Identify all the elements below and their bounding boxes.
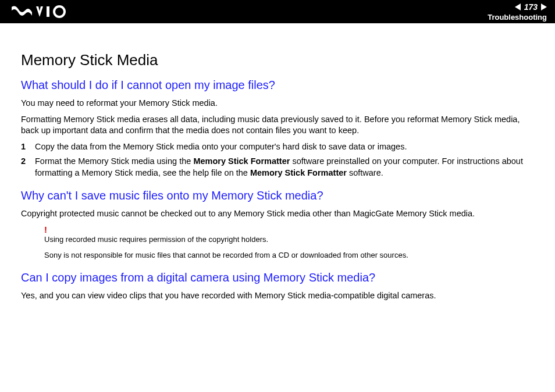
q3-para-1: Yes, and you can view video clips that y…	[21, 290, 534, 302]
warning-icon: !	[44, 224, 534, 234]
next-page-icon[interactable]	[541, 3, 547, 10]
vaio-logo-svg	[12, 5, 67, 18]
q1-step-2: 2 Format the Memory Stick media using th…	[21, 156, 534, 179]
step-text: Copy the data from the Memory Stick medi…	[35, 141, 407, 153]
section-label: Troubleshooting	[488, 13, 547, 22]
step-text: Format the Memory Stick media using the …	[35, 156, 534, 179]
caution-note: ! Using recorded music requires permissi…	[44, 224, 534, 261]
question-1-heading: What should I do if I cannot open my ima…	[21, 79, 534, 92]
q1-step-1: 1 Copy the data from the Memory Stick me…	[21, 141, 534, 153]
q1-para-2: Formatting Memory Stick media erases all…	[21, 114, 534, 137]
question-2-heading: Why can't I save music files onto my Mem…	[21, 189, 534, 202]
page-content: Memory Stick Media What should I do if I…	[0, 23, 555, 302]
vaio-logo	[12, 5, 67, 18]
note-2: Sony is not responsible for music files …	[44, 250, 534, 261]
q2-para-1: Copyright protected music cannot be chec…	[21, 208, 534, 220]
page-info: 173 Troubleshooting	[488, 2, 547, 22]
header-bar: 173 Troubleshooting	[0, 0, 555, 23]
note-1: Using recorded music requires permission…	[44, 234, 534, 245]
prev-page-icon[interactable]	[515, 3, 521, 10]
q1-para-1: You may need to reformat your Memory Sti…	[21, 98, 534, 109]
question-3-heading: Can I copy images from a digital camera …	[21, 271, 534, 284]
step-number: 2	[21, 156, 27, 179]
page-title: Memory Stick Media	[21, 51, 534, 69]
svg-point-2	[54, 6, 65, 17]
q1-steps: 1 Copy the data from the Memory Stick me…	[21, 141, 534, 179]
svg-marker-0	[36, 6, 43, 17]
page-number: 173	[524, 2, 538, 12]
page-nav: 173	[515, 2, 547, 12]
step-number: 1	[21, 141, 27, 153]
svg-rect-1	[47, 6, 49, 17]
